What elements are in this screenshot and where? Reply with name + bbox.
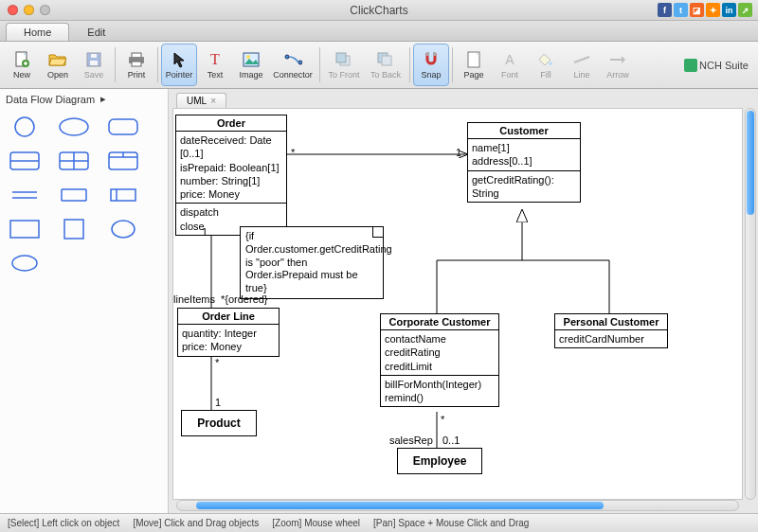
arrow-icon	[608, 51, 627, 68]
class-corporate-customer[interactable]: Corporate Customer contactName creditRat…	[380, 313, 499, 407]
canvas-area: UML ×	[169, 89, 758, 513]
vertical-scrollbar[interactable]	[745, 108, 756, 500]
diagram-canvas[interactable]: Order dateReceived: Date [0..1] isPrepai…	[172, 108, 743, 500]
mult-ol-star: *	[215, 357, 219, 368]
text-button[interactable]: T Text	[197, 44, 233, 86]
line-button: Line	[564, 44, 600, 86]
shape-lines[interactable]	[8, 183, 42, 207]
svg-point-23	[15, 117, 34, 136]
svg-rect-7	[132, 62, 141, 66]
nch-suite-link[interactable]: NCH Suite	[684, 44, 754, 86]
mult-corp-star: *	[441, 414, 444, 425]
shape-palette	[6, 111, 162, 279]
shape-roundrect[interactable]	[106, 115, 140, 139]
tab-edit[interactable]: Edit	[69, 23, 123, 41]
connector-button[interactable]: Connector	[269, 44, 316, 86]
svg-rect-3	[90, 61, 98, 65]
image-button[interactable]: Image	[233, 44, 269, 86]
snap-label: Snap	[421, 70, 441, 80]
linkedin-icon[interactable]: in	[722, 3, 736, 17]
nch-icon	[684, 59, 697, 72]
mult-ordered: *{ordered}	[221, 293, 268, 305]
save-button: Save	[76, 44, 112, 86]
hscroll-thumb[interactable]	[196, 502, 604, 509]
class-customer[interactable]: Customer name[1] address[0..1] getCredit…	[467, 122, 581, 203]
print-label: Print	[128, 70, 146, 80]
page-icon	[464, 51, 483, 68]
image-icon	[242, 51, 261, 68]
fill-button: Fill	[528, 44, 564, 86]
share-icon[interactable]: ➚	[738, 3, 752, 17]
close-tab-icon[interactable]: ×	[210, 96, 216, 106]
twitter-icon[interactable]: t	[674, 3, 688, 17]
line-icon	[572, 51, 591, 68]
shape-halfsplit[interactable]	[8, 149, 42, 173]
facebook-icon[interactable]: f	[658, 3, 672, 17]
shape-siderect[interactable]	[106, 183, 140, 207]
font-icon: A	[500, 51, 519, 68]
mult-prod-one: 1	[215, 397, 221, 408]
class-personal-customer[interactable]: Personal Customer creditCardNumber	[554, 313, 668, 348]
pointer-button[interactable]: Pointer	[161, 44, 197, 86]
font-button: A Font	[492, 44, 528, 86]
class-customer-ops: getCreditRating(): String	[468, 171, 580, 203]
print-icon	[127, 51, 146, 68]
shape-circle[interactable]	[8, 115, 42, 139]
shape-grid4[interactable]	[57, 149, 91, 173]
shape-openrect[interactable]	[57, 183, 91, 207]
svg-rect-15	[382, 56, 391, 65]
vscroll-thumb[interactable]	[747, 111, 754, 215]
role-lineitems: lineItems	[173, 293, 215, 305]
digg-icon[interactable]: ◪	[690, 3, 704, 17]
svg-point-9	[246, 55, 250, 59]
snap-icon	[422, 51, 441, 68]
class-orderline[interactable]: Order Line quantity: Integer price: Mone…	[177, 308, 280, 357]
save-icon	[84, 51, 103, 68]
stumble-icon[interactable]: ✦	[706, 3, 720, 17]
fill-label: Fill	[540, 70, 551, 80]
class-employee[interactable]: Employee	[397, 448, 482, 474]
class-customer-name: Customer	[468, 123, 580, 139]
tab-uml[interactable]: UML ×	[176, 93, 226, 108]
line-label: Line	[573, 70, 589, 80]
tab-home[interactable]: Home	[6, 23, 69, 41]
expand-icon: ▸	[100, 93, 106, 105]
shape-ellipse2[interactable]	[106, 217, 140, 241]
mult-order-cust-star: *	[291, 147, 295, 158]
pointer-label: Pointer	[166, 70, 193, 80]
shape-ellipse3[interactable]	[8, 251, 42, 275]
open-icon	[48, 51, 67, 68]
svg-point-24	[60, 118, 88, 135]
shape-rect[interactable]	[8, 217, 42, 241]
sidebar-header[interactable]: Data Flow Diagram ▸	[6, 93, 162, 105]
class-product[interactable]: Product	[181, 410, 257, 436]
constraint-note[interactable]: {if Order.customer.getCreditRating is "p…	[240, 226, 384, 299]
shape-header[interactable]	[106, 149, 140, 173]
print-button[interactable]: Print	[118, 44, 154, 86]
fill-icon	[536, 51, 555, 68]
class-perscust-name: Personal Customer	[555, 314, 667, 330]
horizontal-scrollbar[interactable]	[176, 500, 739, 511]
class-perscust-attrs: creditCardNumber	[555, 330, 667, 347]
svg-rect-22	[684, 59, 697, 72]
class-orderline-attrs: quantity: Integer price: Money	[178, 325, 279, 356]
shape-ellipse[interactable]	[57, 115, 91, 139]
snap-button[interactable]: Snap	[413, 44, 449, 86]
open-button[interactable]: Open	[40, 44, 76, 86]
image-label: Image	[239, 70, 262, 80]
arrow-button: Arrow	[600, 44, 636, 86]
class-orderline-name: Order Line	[178, 309, 279, 325]
status-select: [Select] Left click on object	[8, 518, 119, 528]
page-label: Page	[463, 70, 483, 80]
role-salesrep: salesRep	[389, 434, 433, 446]
class-order[interactable]: Order dateReceived: Date [0..1] isPrepai…	[175, 115, 287, 236]
new-button[interactable]: New	[4, 44, 40, 86]
workspace: Data Flow Diagram ▸ UML ×	[0, 89, 758, 513]
toback-label: To Back	[370, 70, 401, 80]
class-corpcust-ops: billForMonth(Integer) remind()	[381, 376, 498, 407]
svg-rect-17	[433, 52, 436, 56]
page-button[interactable]: Page	[456, 44, 492, 86]
class-corpcust-attrs: contactName creditRating creditLimit	[381, 330, 498, 376]
shape-square[interactable]	[57, 217, 91, 241]
new-label: New	[13, 70, 30, 80]
